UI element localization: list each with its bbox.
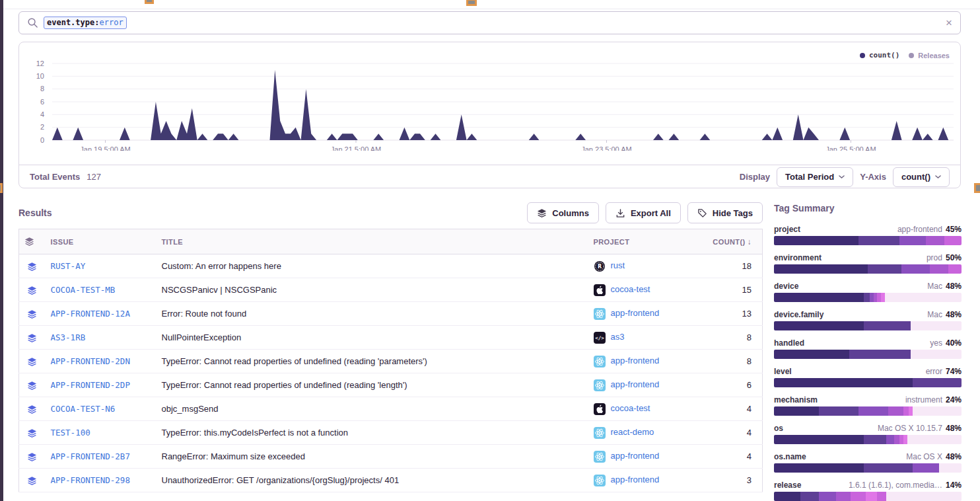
- tag-distribution-bar[interactable]: [774, 463, 962, 473]
- tag-distribution-bar[interactable]: [774, 350, 962, 359]
- issue-link[interactable]: RUST-AY: [51, 261, 86, 271]
- project-link[interactable]: cocoa-test: [611, 403, 650, 413]
- tag-bar-segment[interactable]: [774, 435, 864, 444]
- tag-bar-segment[interactable]: [774, 264, 868, 274]
- tag-distribution-bar[interactable]: [774, 321, 962, 330]
- yaxis-select[interactable]: count(): [893, 167, 950, 187]
- tag-bar-segment[interactable]: [774, 293, 864, 302]
- tag-bar-segment[interactable]: [913, 463, 939, 473]
- project-link[interactable]: app-frontend: [611, 356, 660, 366]
- column-project[interactable]: PROJECT: [588, 229, 706, 254]
- tag-bar-segment[interactable]: [885, 293, 962, 302]
- tag-bar-segment[interactable]: [864, 293, 870, 302]
- tag-bar-segment[interactable]: [849, 350, 911, 359]
- tag-bar-segment[interactable]: [926, 236, 944, 245]
- tag-distribution-bar[interactable]: [774, 264, 962, 274]
- columns-button[interactable]: Columns: [527, 202, 599, 223]
- issue-link[interactable]: APP-FRONTEND-2B7: [51, 451, 130, 461]
- project-link[interactable]: rust: [611, 260, 625, 270]
- tag-bar-segment[interactable]: [774, 492, 800, 501]
- tag-bar-segment[interactable]: [913, 378, 962, 387]
- project-link[interactable]: app-frontend: [611, 379, 660, 389]
- tag-bar-segment[interactable]: [836, 492, 851, 501]
- tag-name: handled: [774, 338, 804, 348]
- column-issue[interactable]: ISSUE: [46, 229, 157, 254]
- tag-bar-segment[interactable]: [774, 378, 913, 387]
- tag-bar-segment[interactable]: [851, 492, 866, 501]
- tag-bar-segment[interactable]: [913, 406, 962, 416]
- column-title[interactable]: TITLE: [157, 229, 588, 254]
- tag-bar-segment[interactable]: [911, 321, 962, 330]
- tag-bar-segment[interactable]: [858, 406, 888, 416]
- tag-bar-segment[interactable]: [948, 264, 962, 274]
- events-chart-panel: count() Releases 024681012Jan 19 5:00 AM…: [18, 42, 961, 188]
- tag-distribution-bar[interactable]: [774, 406, 962, 416]
- tag-bar-segment[interactable]: [888, 406, 903, 416]
- tag-bar-segment[interactable]: [774, 321, 864, 330]
- react-project-icon: [594, 427, 606, 439]
- issue-link[interactable]: APP-FRONTEND-2DN: [51, 356, 130, 366]
- tag-bar-segment[interactable]: [858, 236, 899, 245]
- svg-text:8: 8: [40, 85, 44, 93]
- issue-link[interactable]: APP-FRONTEND-12A: [51, 309, 130, 319]
- issue-link[interactable]: AS3-1RB: [51, 332, 86, 342]
- tag-bar-segment[interactable]: [939, 463, 962, 473]
- project-link[interactable]: app-frontend: [611, 475, 660, 484]
- react-project-icon: [594, 308, 606, 320]
- results-heading: Results: [18, 208, 52, 218]
- issue-link[interactable]: APP-FRONTEND-298: [51, 475, 130, 485]
- tag-distribution-bar[interactable]: [774, 378, 962, 387]
- tag-bar-segment[interactable]: [774, 350, 849, 359]
- tag-bar-segment[interactable]: [864, 463, 913, 473]
- display-select[interactable]: Total Period: [777, 167, 853, 187]
- tag-bar-segment[interactable]: [877, 492, 886, 501]
- tag-bar-segment[interactable]: [944, 236, 962, 245]
- tag-bar-segment[interactable]: [903, 406, 909, 416]
- tag-top-percent: 40%: [946, 338, 962, 348]
- tag-bar-segment[interactable]: [774, 406, 819, 416]
- tag-distribution-bar[interactable]: [774, 236, 962, 245]
- tag-bar-segment[interactable]: [894, 435, 900, 444]
- table-row: APP-FRONTEND-2DNTypeError: Cannot read p…: [19, 350, 763, 373]
- tag-top-percent: 48%: [946, 282, 962, 291]
- export-all-button[interactable]: Export All: [606, 202, 681, 223]
- search-query-token[interactable]: event.type:error: [44, 17, 127, 29]
- tag-bar-segment[interactable]: [819, 406, 858, 416]
- tag-distribution-bar[interactable]: [774, 435, 962, 444]
- hide-tags-button[interactable]: Hide Tags: [687, 202, 763, 223]
- table-row: APP-FRONTEND-12AError: Route not foundap…: [19, 302, 763, 326]
- tag-distribution-bar[interactable]: [774, 293, 962, 302]
- tag-bar-segment[interactable]: [819, 492, 836, 501]
- project-link[interactable]: app-frontend: [611, 308, 660, 318]
- tag-bar-segment[interactable]: [911, 350, 962, 359]
- tag-distribution-bar[interactable]: [774, 492, 962, 501]
- issue-link[interactable]: APP-FRONTEND-2DP: [51, 380, 130, 390]
- tag-bar-segment[interactable]: [886, 435, 893, 444]
- tag-bar-segment[interactable]: [864, 321, 911, 330]
- tag-bar-segment[interactable]: [774, 463, 864, 473]
- events-area-chart[interactable]: 024681012Jan 19 5:00 AMJan 21 5:00 AMJan…: [20, 54, 971, 151]
- project-link[interactable]: cocoa-test: [611, 284, 650, 294]
- project-link[interactable]: react-demo: [611, 427, 654, 437]
- tag-bar-segment[interactable]: [864, 435, 886, 444]
- tag-bar-segment[interactable]: [774, 236, 858, 245]
- tag-bar-segment[interactable]: [868, 264, 901, 274]
- clear-search-icon[interactable]: ×: [946, 17, 952, 28]
- tag-bar-segment[interactable]: [907, 435, 962, 444]
- project-link[interactable]: as3: [611, 332, 625, 342]
- tag-bar-segment[interactable]: [800, 492, 819, 501]
- tag-bar-segment[interactable]: [930, 264, 948, 274]
- issue-link[interactable]: TEST-100: [51, 428, 90, 438]
- project-link[interactable]: app-frontend: [611, 451, 660, 461]
- issue-link[interactable]: COCOA-TEST-MB: [51, 285, 116, 295]
- tag-top-value: 1.6.1 (1.6.1), com.media…: [849, 481, 942, 490]
- tag-bar-segment[interactable]: [886, 492, 962, 501]
- issue-link[interactable]: COCOA-TEST-N6: [51, 404, 116, 414]
- column-count[interactable]: COUNT()↓: [706, 229, 763, 254]
- tag-bar-segment[interactable]: [866, 492, 877, 501]
- resize-handle: [466, 0, 477, 6]
- svg-text:Jan 23 5:00 AM: Jan 23 5:00 AM: [581, 145, 631, 151]
- tag-bar-segment[interactable]: [901, 264, 930, 274]
- tag-bar-segment[interactable]: [899, 236, 926, 245]
- search-bar[interactable]: event.type:error ×: [18, 11, 961, 34]
